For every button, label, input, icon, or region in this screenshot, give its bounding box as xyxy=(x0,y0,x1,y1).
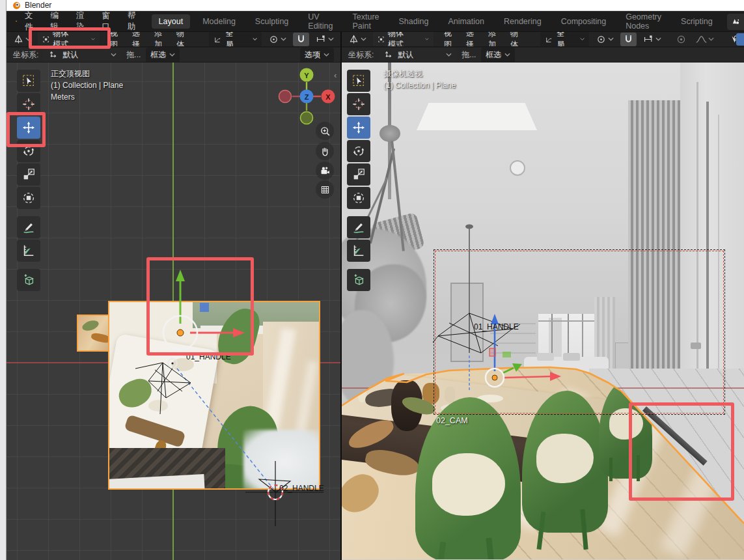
toolbar-right xyxy=(347,70,370,291)
viewport-menu-item[interactable]: 视图 xyxy=(440,32,456,47)
workspace-tab[interactable]: Compositing xyxy=(554,14,613,29)
workspace-tab[interactable]: Geometry Nodes xyxy=(618,10,668,33)
rotate-tool[interactable] xyxy=(347,140,370,162)
add-cube-tool[interactable] xyxy=(17,269,40,291)
blender-menu-icon[interactable] xyxy=(16,16,17,27)
coord-dropdown[interactable]: 默认 xyxy=(44,48,121,63)
transform-tool[interactable] xyxy=(17,187,40,209)
toolbar-left xyxy=(17,70,40,291)
measure-tool[interactable] xyxy=(17,240,40,262)
gizmo-toggle-clipped[interactable] xyxy=(736,33,744,46)
snap-magnet-toggle[interactable] xyxy=(293,33,309,46)
handle1-wireframe xyxy=(135,363,191,414)
blender-window: Blender 文件编辑渲染窗口帮助 LayoutModelingSculpti… xyxy=(0,0,744,560)
workspace-tab[interactable]: Texture Paint xyxy=(346,10,387,33)
sidebar-collapse-arrow[interactable]: ‹ xyxy=(334,70,337,80)
workspace-tab[interactable]: Layout xyxy=(152,14,191,29)
snap-with-button[interactable] xyxy=(266,33,289,46)
snap-increment-button[interactable] xyxy=(313,33,337,46)
mode-dropdown[interactable]: 物体模式 xyxy=(373,32,434,47)
transform-tool[interactable] xyxy=(347,187,370,209)
coord-value: 默认 xyxy=(398,49,413,61)
viewport-left-toolsettings: 坐标系: 默认 拖... 框选 选项 xyxy=(7,48,340,63)
svg-text:X: X xyxy=(325,93,331,101)
scene-icon xyxy=(731,18,741,27)
select-mode-value: 框选 xyxy=(486,49,501,61)
workspace-tab[interactable]: Modeling xyxy=(195,14,243,29)
snap-with-button[interactable] xyxy=(593,33,616,46)
viewport-menu-item[interactable]: 添加 xyxy=(484,32,500,47)
workspace-tab[interactable]: UV Editing xyxy=(301,10,340,33)
view-name-overlay: 正交顶视图 (1) Collection | Plane Meters xyxy=(51,68,123,103)
scale-tool[interactable] xyxy=(347,163,370,186)
options-dropdown[interactable]: 选项 xyxy=(300,48,334,63)
drag-label[interactable]: 拖... xyxy=(126,49,141,61)
add-cube-tool[interactable] xyxy=(347,269,370,291)
viewport-menu-item[interactable]: 选择 xyxy=(128,32,144,47)
scale-tool[interactable] xyxy=(17,163,40,186)
drag-label[interactable]: 拖... xyxy=(462,49,476,61)
viewport-menus: 视图选择添加物体 xyxy=(440,32,522,47)
editor-type-button[interactable] xyxy=(346,33,369,46)
select-box-tool[interactable] xyxy=(347,70,370,92)
coord-dropdown[interactable]: 默认 xyxy=(379,48,456,63)
camera-label[interactable]: 02_CAM xyxy=(436,416,468,425)
mode-label: 物体模式 xyxy=(388,32,408,47)
orientation-label: 全局 xyxy=(226,32,239,47)
measure-tool[interactable] xyxy=(347,240,370,262)
workspace-tab[interactable]: Scripting xyxy=(674,14,720,29)
handle2-label[interactable]: 02_HANDLE xyxy=(279,484,324,493)
handle1-label[interactable]: 01_HANDLE xyxy=(474,322,519,331)
workspace-tab[interactable]: Sculpting xyxy=(248,14,296,29)
workspace-tab[interactable]: Animation xyxy=(441,14,491,29)
viewport-right-header: 物体模式 视图选择添加物体 全局 xyxy=(342,32,744,47)
workspace-tab[interactable]: Rendering xyxy=(497,14,549,29)
blender-logo-icon xyxy=(12,1,21,10)
camera-view-icon[interactable] xyxy=(316,161,334,180)
viewport-menu-item[interactable]: 添加 xyxy=(150,32,166,47)
annotate-tool[interactable] xyxy=(17,216,40,238)
orientation-dropdown[interactable]: 全局 xyxy=(209,32,262,47)
svg-text:Z: Z xyxy=(305,93,309,101)
coord-label: 坐标系: xyxy=(348,49,374,61)
viewport-right-toolsettings: 坐标系: 默认 拖... 框选 xyxy=(342,48,744,63)
topbar: 文件编辑渲染窗口帮助 LayoutModelingSculptingUV Edi… xyxy=(7,11,744,32)
orientation-dropdown[interactable]: 全局 xyxy=(540,32,589,47)
annotation-mode-dropdown xyxy=(29,27,111,49)
svg-text:Y: Y xyxy=(304,72,309,79)
scene-selector[interactable] xyxy=(727,14,744,30)
workspace-tab[interactable]: Shading xyxy=(392,14,436,29)
window-edge xyxy=(0,0,7,560)
coord-value: 默认 xyxy=(62,49,78,61)
handle1-wireframe xyxy=(433,313,520,353)
select-mode-dropdown[interactable]: 框选 xyxy=(481,48,515,63)
orientation-label: 全局 xyxy=(557,32,569,47)
axis-y-neg-ball xyxy=(301,112,313,124)
axis-x-neg-ball xyxy=(279,91,292,103)
handle2-empty xyxy=(245,461,324,526)
zoom-icon[interactable] xyxy=(316,122,334,140)
snap-magnet-toggle[interactable] xyxy=(620,33,637,46)
cursor-tool[interactable] xyxy=(347,93,370,115)
viewport-menus: 视图选择添加物体 xyxy=(106,32,188,47)
select-box-tool[interactable] xyxy=(17,70,40,92)
options-label: 选项 xyxy=(305,49,320,61)
pan-hand-icon[interactable] xyxy=(316,142,334,160)
proportional-edit-button[interactable] xyxy=(673,33,689,46)
annotation-move-tool xyxy=(7,112,46,147)
axis-navigation-gizmo[interactable]: Y X Z xyxy=(277,66,337,126)
viewport-menu-item[interactable]: 物体 xyxy=(172,32,188,47)
annotate-tool[interactable] xyxy=(347,216,370,238)
viewport-menu-item[interactable]: 选择 xyxy=(462,32,478,47)
falloff-curve-button[interactable] xyxy=(693,33,717,46)
select-mode-dropdown[interactable]: 框选 xyxy=(146,48,180,63)
snap-increment-button[interactable] xyxy=(641,33,664,46)
app-menu-item[interactable]: 帮助 xyxy=(128,10,136,33)
select-mode-value: 框选 xyxy=(150,49,166,61)
view-name-overlay: 摄像机透视 (1) Collection | Plane xyxy=(383,68,456,91)
move-tool[interactable] xyxy=(347,117,370,139)
coord-label: 坐标系: xyxy=(13,49,38,61)
viewport-menu-item[interactable]: 物体 xyxy=(506,32,522,47)
workspace-tabs: LayoutModelingSculptingUV EditingTexture… xyxy=(152,10,744,33)
toggle-grid-ortho-icon[interactable] xyxy=(316,180,334,199)
